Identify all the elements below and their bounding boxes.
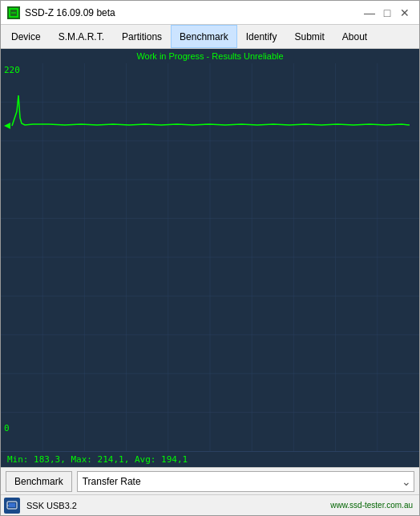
menu-device[interactable]: Device <box>2 25 50 48</box>
chart-svg <box>1 63 419 451</box>
window-controls: — □ ✕ <box>361 5 413 21</box>
window-title: SSD-Z 16.09.09 beta <box>25 7 115 18</box>
benchmark-button[interactable]: Benchmark <box>6 471 72 492</box>
close-button[interactable]: ✕ <box>397 5 413 21</box>
title-bar-left: SSD-Z 16.09.09 beta <box>7 6 115 19</box>
menu-submit[interactable]: Submit <box>285 25 333 48</box>
maximize-button[interactable]: □ <box>379 5 395 21</box>
menu-identify[interactable]: Identify <box>237 25 286 48</box>
minimize-button[interactable]: — <box>361 5 378 21</box>
device-name: SSK USB3.2 <box>23 501 327 510</box>
app-window: SSD-Z 16.09.09 beta — □ ✕ Device S.M.A.R… <box>0 0 420 516</box>
status-bar: SSK USB3.2 www.ssd-tester.com.au <box>1 494 419 515</box>
chart-area: 220 <box>1 63 419 451</box>
menu-smart[interactable]: S.M.A.R.T. <box>50 25 113 48</box>
menu-benchmark[interactable]: Benchmark <box>171 25 237 48</box>
transfer-rate-select[interactable]: Transfer Rate Access Time IOPS <box>77 471 414 492</box>
menu-partitions[interactable]: Partitions <box>113 25 171 48</box>
device-icon <box>4 498 20 514</box>
app-icon <box>7 6 20 19</box>
bottom-controls: Benchmark Transfer Rate Access Time IOPS… <box>1 467 419 494</box>
y-axis-min: 0 <box>4 423 10 433</box>
title-bar: SSD-Z 16.09.09 beta — □ ✕ <box>1 1 419 25</box>
website-label: www.ssd-tester.com.au <box>330 501 416 510</box>
svg-marker-20 <box>4 123 10 129</box>
chart-warning: Work in Progress - Results Unreliable <box>1 49 419 63</box>
transfer-rate-dropdown-container: Transfer Rate Access Time IOPS ⌄ <box>77 471 414 492</box>
stats-text: Min: 183,3, Max: 214,1, Avg: 194,1 <box>7 454 188 465</box>
stats-bar: Min: 183,3, Max: 214,1, Avg: 194,1 <box>1 451 419 467</box>
chart-container: Work in Progress - Results Unreliable 22… <box>1 49 419 467</box>
menu-about[interactable]: About <box>333 25 376 48</box>
menu-bar: Device S.M.A.R.T. Partitions Benchmark I… <box>1 25 419 49</box>
svg-rect-22 <box>9 503 15 507</box>
